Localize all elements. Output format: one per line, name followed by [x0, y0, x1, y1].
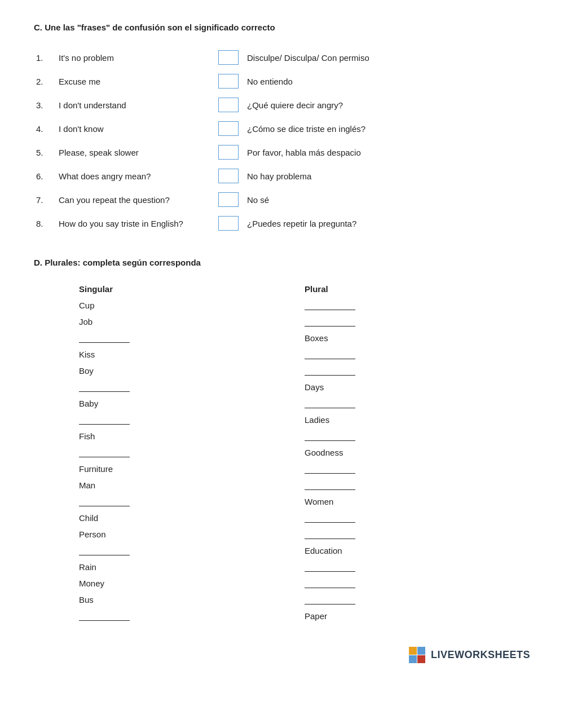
plural-blank: [305, 489, 355, 490]
answer-box-cell[interactable]: [214, 46, 243, 69]
plural-cell: [282, 297, 530, 314]
singular-word: Fish: [79, 431, 95, 441]
plural-word: Days: [305, 382, 324, 392]
singular-cell: [34, 444, 282, 461]
english-phrase: I don't understand: [56, 93, 214, 117]
matching-row: 8. How do you say triste in English? ¿Pu…: [34, 211, 530, 235]
matching-row: 4. I don't know ¿Cómo se dice triste en …: [34, 117, 530, 140]
plural-blank: [305, 603, 355, 605]
plural-row: Money: [34, 575, 530, 592]
answer-box[interactable]: [218, 50, 239, 65]
plural-blank: [305, 440, 355, 441]
plural-row: Ladies: [34, 412, 530, 428]
plural-cell: [282, 559, 530, 575]
plural-blank: [305, 571, 355, 572]
singular-cell: Job: [34, 314, 282, 330]
plural-row: Rain: [34, 559, 530, 575]
plural-row: Education: [34, 542, 530, 559]
answer-box-cell[interactable]: [214, 93, 243, 117]
row-num: 3.: [34, 93, 56, 117]
plural-cell: [282, 395, 530, 412]
plural-header: Plural: [282, 281, 530, 297]
answer-box[interactable]: [218, 169, 239, 183]
singular-blank: [79, 505, 130, 506]
plural-row: Job: [34, 314, 530, 330]
plural-cell: [282, 592, 530, 608]
row-num: 2.: [34, 69, 56, 93]
plural-row: Furniture: [34, 461, 530, 477]
plural-cell: [282, 575, 530, 592]
spanish-phrase: Por favor, habla más despacio: [243, 140, 530, 164]
answer-box-cell[interactable]: [214, 140, 243, 164]
plural-blank: [305, 473, 355, 474]
plural-cell: [282, 363, 530, 379]
singular-header: Singular: [34, 281, 282, 297]
singular-cell: Baby: [34, 395, 282, 412]
matching-row: 7. Can you repeat the question? No sé: [34, 188, 530, 211]
row-num: 5.: [34, 140, 56, 164]
section-d: D. Plurales: completa según corresponda …: [34, 258, 530, 624]
plural-row: Baby: [34, 395, 530, 412]
english-phrase: Please, speak slower: [56, 140, 214, 164]
answer-box-cell[interactable]: [214, 117, 243, 140]
plural-word: Women: [305, 497, 333, 506]
singular-blank: [79, 423, 130, 425]
logo-text: LIVEWORKSHEETS: [431, 649, 530, 661]
plural-row: Days: [34, 379, 530, 395]
plural-row: Paper: [34, 608, 530, 624]
plural-blank: [305, 309, 355, 310]
plural-blank: [305, 407, 355, 408]
plural-row: Child: [34, 510, 530, 526]
answer-box-cell[interactable]: [214, 211, 243, 235]
plural-table: Singular Plural Cup Job Boxes Kiss Boy D…: [34, 281, 530, 624]
singular-cell: Person: [34, 526, 282, 542]
plural-row: Kiss: [34, 346, 530, 363]
singular-cell: Money: [34, 575, 282, 592]
singular-blank: [79, 620, 130, 621]
singular-cell: Man: [34, 477, 282, 493]
row-num: 6.: [34, 164, 56, 188]
singular-word: Rain: [79, 562, 96, 572]
singular-cell: [34, 542, 282, 559]
section-c-title: C. Une las "frases" de confusión son el …: [34, 23, 530, 32]
singular-cell: [34, 379, 282, 395]
english-phrase: I don't know: [56, 117, 214, 140]
singular-cell: [34, 330, 282, 346]
plural-cell: Paper: [282, 608, 530, 624]
singular-cell: Bus: [34, 592, 282, 608]
answer-box-cell[interactable]: [214, 188, 243, 211]
singular-cell: Boy: [34, 363, 282, 379]
singular-word: Person: [79, 530, 106, 539]
plural-blank: [305, 374, 355, 376]
plural-word: Boxes: [305, 333, 328, 343]
spanish-phrase: Disculpe/ Disculpa/ Con permiso: [243, 46, 530, 69]
singular-word: Baby: [79, 399, 98, 408]
english-phrase: It's no problem: [56, 46, 214, 69]
answer-box[interactable]: [218, 192, 239, 207]
liveworksheets-logo: LIVEWORKSHEETS: [409, 647, 530, 663]
plural-word: Paper: [305, 611, 327, 621]
answer-box[interactable]: [218, 121, 239, 136]
singular-cell: [34, 608, 282, 624]
singular-cell: Child: [34, 510, 282, 526]
plural-cell: Ladies: [282, 412, 530, 428]
matching-row: 6. What does angry mean? No hay problema: [34, 164, 530, 188]
matching-row: 5. Please, speak slower Por favor, habla…: [34, 140, 530, 164]
answer-box[interactable]: [218, 74, 239, 89]
plural-blank: [305, 587, 355, 588]
plural-cell: [282, 510, 530, 526]
plural-row: Boy: [34, 363, 530, 379]
answer-box-cell[interactable]: [214, 164, 243, 188]
answer-box[interactable]: [218, 216, 239, 231]
singular-cell: [34, 493, 282, 510]
singular-word: Child: [79, 513, 98, 523]
logo-square-tr: [417, 647, 425, 655]
answer-box[interactable]: [218, 98, 239, 112]
answer-box[interactable]: [218, 145, 239, 160]
singular-cell: Cup: [34, 297, 282, 314]
english-phrase: How do you say triste in English?: [56, 211, 214, 235]
answer-box-cell[interactable]: [214, 69, 243, 93]
singular-word: Man: [79, 480, 95, 490]
spanish-phrase: ¿Cómo se dice triste en inglés?: [243, 117, 530, 140]
plural-row: Person: [34, 526, 530, 542]
